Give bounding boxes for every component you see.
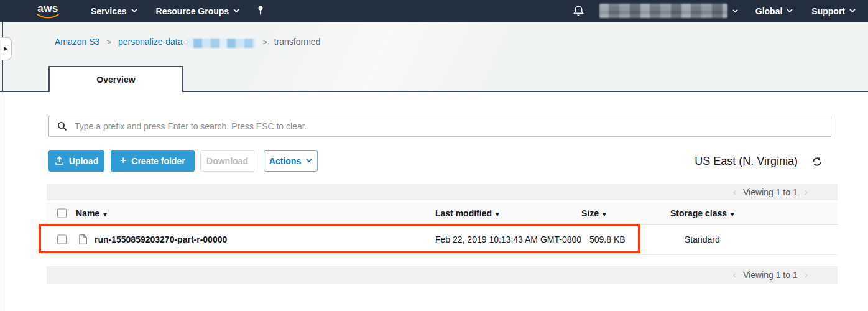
next-page-chevron[interactable]: › — [805, 270, 808, 280]
left-panel-divider — [2, 93, 2, 311]
breadcrumb-bucket[interactable]: personalize-data- — [118, 37, 256, 47]
viewing-range-label: Viewing 1 to 1 — [743, 187, 798, 197]
viewing-range-label: Viewing 1 to 1 — [743, 270, 798, 280]
chevron-down-icon — [732, 9, 738, 13]
sort-caret-icon: ▾ — [731, 210, 734, 218]
prefix-search-box — [48, 116, 831, 137]
pin-shortcut-button[interactable] — [256, 6, 265, 16]
refresh-button[interactable] — [811, 156, 823, 170]
file-icon — [79, 234, 87, 244]
object-last-modified: Feb 22, 2019 10:13:43 AM GMT-0800 — [435, 234, 581, 244]
breadcrumb-current-folder: transformed — [274, 37, 321, 47]
breadcrumb-separator: > — [262, 37, 267, 47]
table-row: run-1550859203270-part-r-00000 Feb 22, 2… — [47, 225, 838, 253]
top-nav-bar: aws Services Resource Groups — [0, 0, 868, 22]
aws-logo[interactable]: aws — [36, 4, 60, 19]
sort-caret-icon: ▾ — [103, 210, 107, 218]
page-header-zone: Amazon S3 > personalize-data- > transfor… — [0, 22, 868, 92]
search-icon — [57, 121, 67, 131]
tab-overview[interactable]: Overview — [48, 66, 183, 92]
chevron-down-icon — [233, 9, 239, 13]
create-folder-button[interactable]: + Create folder — [111, 150, 195, 172]
prev-page-chevron[interactable]: ‹ — [733, 270, 736, 280]
row-checkbox[interactable] — [57, 234, 67, 244]
bucket-name-redacted — [186, 39, 256, 48]
plus-icon: + — [120, 155, 126, 165]
chevron-down-icon — [306, 159, 312, 163]
account-menu[interactable] — [599, 4, 738, 18]
actions-dropdown-button[interactable]: Actions — [264, 150, 318, 172]
column-header-name[interactable]: Name▾ — [76, 208, 107, 218]
chevron-down-icon — [787, 9, 793, 13]
s3-console-page: aws Services Resource Groups — [0, 0, 868, 311]
triangle-right-icon: ▶ — [4, 46, 8, 52]
notifications-button[interactable] — [573, 5, 584, 17]
pagination-top: ‹ Viewing 1 to 1 › — [47, 184, 838, 200]
refresh-icon — [811, 156, 823, 167]
column-header-last-modified[interactable]: Last modified▾ — [435, 208, 499, 218]
aws-logo-text: aws — [37, 4, 58, 13]
download-button[interactable]: Download — [200, 150, 254, 172]
breadcrumb-amazon-s3[interactable]: Amazon S3 — [55, 37, 99, 47]
bell-icon — [573, 5, 584, 17]
aws-smile-icon — [36, 13, 60, 19]
nav-resource-groups[interactable]: Resource Groups — [156, 6, 239, 16]
chevron-down-icon — [849, 9, 856, 13]
table-header-row: Name▾ Last modified▾ Size▾ Storage class… — [47, 203, 838, 225]
sidebar-expand-button[interactable]: ▶ — [1, 37, 12, 60]
column-header-size[interactable]: Size▾ — [581, 208, 606, 218]
object-name-link[interactable]: run-1550859203270-part-r-00000 — [95, 234, 227, 244]
sort-caret-icon: ▾ — [496, 210, 499, 218]
nav-services[interactable]: Services — [91, 6, 137, 16]
pin-icon — [256, 6, 265, 16]
next-page-chevron[interactable]: › — [805, 187, 808, 197]
nav-region-global[interactable]: Global — [755, 6, 793, 16]
upload-icon — [55, 156, 64, 165]
nav-right-group: Global Support — [573, 4, 856, 18]
select-all-checkbox[interactable] — [57, 209, 67, 218]
column-header-storage-class[interactable]: Storage class▾ — [670, 208, 734, 218]
sort-caret-icon: ▾ — [603, 210, 606, 218]
breadcrumb-separator: > — [106, 37, 111, 47]
breadcrumb: Amazon S3 > personalize-data- > transfor… — [55, 37, 320, 47]
region-label: US East (N. Virginia) — [622, 155, 798, 168]
account-name-redacted — [599, 4, 727, 18]
object-storage-class: Standard — [685, 234, 720, 244]
search-input[interactable] — [75, 121, 831, 131]
row-divider — [47, 254, 838, 255]
object-size: 509.8 KB — [589, 234, 626, 244]
upload-button[interactable]: Upload — [48, 150, 104, 172]
pagination-bottom: ‹ Viewing 1 to 1 › — [47, 266, 838, 284]
prev-page-chevron[interactable]: ‹ — [733, 187, 736, 197]
nav-support[interactable]: Support — [811, 6, 856, 16]
chevron-down-icon — [131, 9, 137, 13]
